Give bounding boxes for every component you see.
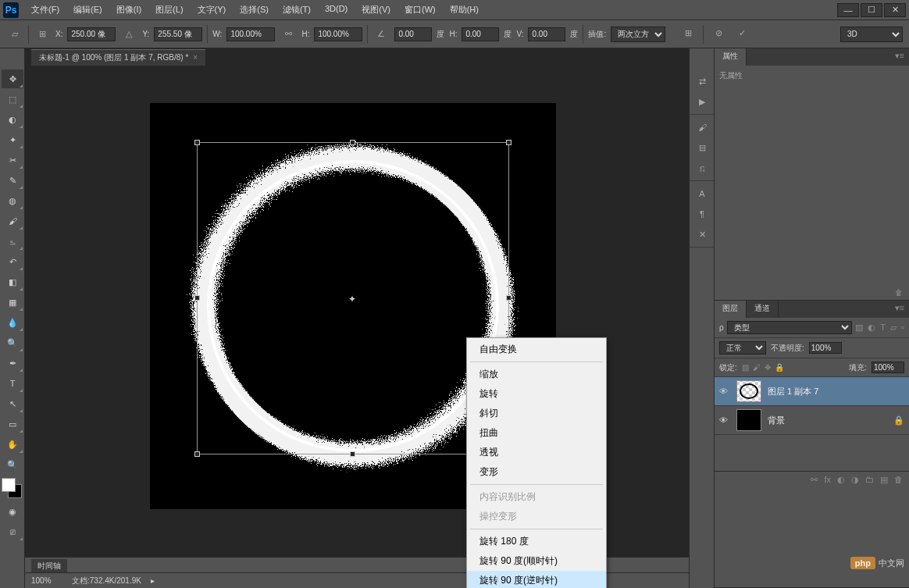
layer-item-background[interactable]: 👁 背景 🔒 [715,406,909,435]
lock-all-icon[interactable]: 🔒 [775,363,784,372]
lock-position-icon[interactable]: ✥ [765,363,771,372]
magic-wand-tool[interactable]: ✦ [2,130,23,149]
brush-presets-icon[interactable]: ⊟ [693,138,711,157]
filter-pixel-icon[interactable]: ▨ [855,323,863,333]
ctx-warp[interactable]: 变形 [467,462,606,482]
menu-select[interactable]: 选择(S) [233,1,275,19]
character-panel-icon[interactable]: A [693,184,711,203]
zoom-input[interactable] [31,576,62,585]
properties-tab[interactable]: 属性 [715,48,747,66]
menu-filter[interactable]: 滤镜(T) [276,1,317,19]
menu-3d[interactable]: 3D(D) [319,1,354,19]
cancel-transform-icon[interactable]: ⊘ [710,25,727,42]
layer-visibility-icon[interactable]: 👁 [719,415,730,425]
close-tab-icon[interactable]: × [193,53,198,62]
status-arrow-icon[interactable]: ▸ [151,576,155,585]
foreground-color[interactable] [2,478,16,492]
history-panel-icon[interactable]: ⇄ [693,72,711,91]
filter-adjustment-icon[interactable]: ◐ [868,323,875,333]
screen-mode-tool[interactable]: ⎚ [2,522,23,541]
quick-mask-tool[interactable]: ◉ [2,502,23,521]
angle-input[interactable] [394,27,432,41]
dodge-tool[interactable]: 🔍 [2,333,23,352]
properties-panel-menu-icon[interactable]: ▾≡ [890,48,909,66]
layers-tab[interactable]: 图层 [715,301,747,318]
opacity-input[interactable] [809,342,842,354]
eyedropper-tool[interactable]: ✎ [2,171,23,190]
adjustment-layer-icon[interactable]: ◑ [851,475,859,485]
lock-transparency-icon[interactable]: ▨ [742,363,749,372]
menu-image[interactable]: 图像(I) [110,1,148,19]
layer-fx-icon[interactable]: fx [824,475,831,485]
close-button[interactable]: ✕ [884,3,906,17]
new-layer-icon[interactable]: ▤ [880,475,888,485]
styles-panel-icon[interactable]: ✕ [693,225,711,244]
layer-filter-select[interactable]: 类型 [727,321,853,334]
gradient-tool[interactable]: ▦ [2,293,23,312]
healing-brush-tool[interactable]: ◍ [2,191,23,210]
h-skew-input[interactable] [462,27,499,41]
link-layers-icon[interactable]: ⚯ [811,475,818,485]
reference-point-icon[interactable]: ⊞ [34,26,51,43]
ctx-scale[interactable]: 缩放 [467,365,606,384]
maximize-button[interactable]: ☐ [861,3,882,17]
menu-help[interactable]: 帮助(H) [444,1,485,19]
blend-mode-select[interactable]: 正常 [719,341,766,355]
trash-icon[interactable]: 🗑 [895,288,903,297]
layer-name[interactable]: 图层 1 副本 7 [768,386,818,397]
ctx-free-transform[interactable]: 自由变换 [467,340,606,359]
lasso-tool[interactable]: ◐ [2,110,23,129]
layer-name[interactable]: 背景 [768,415,785,426]
lock-image-icon[interactable]: 🖌 [753,363,761,372]
layer-item-1[interactable]: 👁 图层 1 副本 7 [715,377,909,406]
ctx-rotate-180[interactable]: 旋转 180 度 [467,532,606,551]
workspace-select[interactable]: 3D [840,27,903,42]
link-icon[interactable]: ⚯ [280,26,297,43]
y-input[interactable] [154,27,202,41]
layer-thumbnail[interactable] [736,380,761,402]
actions-panel-icon[interactable]: ▶ [693,92,711,111]
delete-layer-icon[interactable]: 🗑 [894,475,903,485]
filter-smart-icon[interactable]: ▫ [901,323,904,333]
h-input[interactable] [314,27,362,41]
blur-tool[interactable]: 💧 [2,313,23,332]
menu-view[interactable]: 视图(V) [355,1,397,19]
minimize-button[interactable]: — [837,3,859,17]
layer-visibility-icon[interactable]: 👁 [719,387,730,396]
menu-layer[interactable]: 图层(L) [149,1,189,19]
commit-transform-icon[interactable]: ✓ [733,25,750,42]
layer-thumbnail[interactable] [736,409,761,431]
layer-filter-icons[interactable]: ▨ ◐ T ▱ ▫ [855,323,904,333]
hand-tool[interactable]: ✋ [2,435,23,454]
move-tool[interactable]: ✥ [2,69,23,88]
menu-type[interactable]: 文字(Y) [191,1,233,19]
document-tab[interactable]: 未标题-1 @ 100% (图层 1 副本 7, RGB/8) * × [31,49,205,66]
clone-stamp-tool[interactable]: ⎁ [2,232,23,251]
filter-shape-icon[interactable]: ▱ [890,323,897,333]
crop-tool[interactable]: ✂ [2,151,23,169]
ctx-skew[interactable]: 斜切 [467,404,606,423]
rectangle-tool[interactable]: ▭ [2,415,23,433]
ctx-rotate-90cw[interactable]: 旋转 90 度(顺时针) [467,551,606,571]
warp-mode-icon[interactable]: ⊞ [679,25,697,42]
layers-panel-menu-icon[interactable]: ▾≡ [890,301,909,318]
ctx-distort[interactable]: 扭曲 [467,423,606,443]
paragraph-panel-icon[interactable]: ¶ [693,205,711,223]
fill-input[interactable] [872,362,904,373]
channels-tab[interactable]: 通道 [747,301,779,318]
menu-file[interactable]: 文件(F) [25,1,66,19]
pen-tool[interactable]: ✒ [2,354,23,372]
path-selection-tool[interactable]: ↖ [2,394,23,413]
history-brush-tool[interactable]: ↶ [2,252,23,271]
layer-group-icon[interactable]: 🗀 [865,475,874,485]
timeline-tab[interactable]: 时间轴 [31,559,67,573]
interp-select[interactable]: 两次立方 [611,27,665,42]
canvas-area[interactable]: ✦ 自由变换 缩放 旋转 斜切 扭曲 透视 变形 内容识别比例 操控变形 旋转 … [25,48,689,588]
menu-edit[interactable]: 编辑(E) [67,1,109,19]
clone-source-icon[interactable]: ⎌ [693,159,711,177]
layer-mask-icon[interactable]: ◐ [837,475,845,485]
filter-type-icon[interactable]: T [880,323,886,333]
marquee-tool[interactable]: ⬚ [2,90,23,109]
eraser-tool[interactable]: ◧ [2,273,23,291]
brush-panel-icon[interactable]: 🖌 [693,118,711,137]
